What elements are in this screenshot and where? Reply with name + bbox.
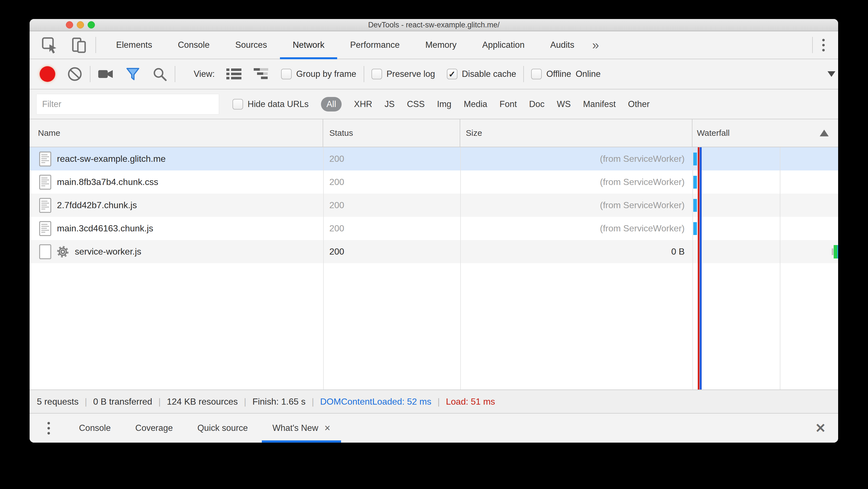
- close-tab-icon[interactable]: ×: [324, 423, 330, 433]
- list-view-icon: [226, 68, 242, 81]
- network-toolbar: View: ✓: [30, 59, 838, 89]
- close-window-button[interactable]: [66, 21, 73, 29]
- waterfall-bar-blue: [693, 199, 697, 212]
- drawer-tab-label: Quick source: [197, 423, 248, 433]
- chevron-down-icon[interactable]: [828, 71, 835, 77]
- device-toolbar-icon: [70, 36, 88, 54]
- panel-tab[interactable]: Console: [165, 31, 222, 59]
- inspect-element-button[interactable]: [41, 36, 59, 54]
- clear-button[interactable]: [67, 66, 83, 82]
- resource-type-filter[interactable]: WS: [557, 97, 571, 112]
- table-row[interactable]: main.8fb3a7b4.chunk.css 200 (from Servic…: [30, 170, 838, 194]
- divider: [90, 66, 90, 82]
- column-header-size[interactable]: Size: [460, 119, 692, 147]
- dom-content-loaded-marker-line: [700, 147, 702, 390]
- disable-cache-checkbox[interactable]: ✓: [447, 69, 458, 79]
- resource-type-filters: All XHR JS CSS Img: [321, 97, 650, 112]
- request-name-cell: 2.7fdd42b7.chunk.js: [30, 194, 323, 217]
- column-divider[interactable]: [323, 147, 324, 390]
- request-type-icons: [39, 151, 51, 167]
- group-by-frame-checkbox[interactable]: ✓: [281, 69, 292, 79]
- summary-item: | 0 B transferred: [79, 397, 152, 407]
- column-divider[interactable]: [460, 147, 461, 390]
- resource-type-filter[interactable]: Media: [464, 97, 487, 112]
- close-icon: ✕: [815, 421, 826, 435]
- filter-input[interactable]: [36, 94, 219, 115]
- resource-type-filter[interactable]: Manifest: [583, 97, 616, 112]
- view-label: View:: [194, 69, 215, 79]
- resource-type-filter[interactable]: Other: [628, 97, 650, 112]
- table-row[interactable]: main.3cd46163.chunk.js 200 (from Service…: [30, 217, 838, 240]
- request-type-icons: [39, 244, 69, 259]
- request-name-cell: service-worker.js: [30, 240, 323, 263]
- panel-tabs: Elements Console Sources Network: [103, 31, 587, 59]
- column-header-waterfall[interactable]: Waterfall: [692, 119, 838, 147]
- minimize-window-button[interactable]: [77, 21, 84, 29]
- column-header-waterfall-label: Waterfall: [697, 128, 730, 138]
- column-divider[interactable]: [692, 147, 693, 390]
- panel-tab[interactable]: Performance: [337, 31, 412, 59]
- resource-type-filter[interactable]: XHR: [354, 97, 372, 112]
- resource-type-filter[interactable]: Doc: [529, 97, 545, 112]
- panel-tab-label: Performance: [350, 40, 399, 50]
- preserve-log-checkbox[interactable]: ✓: [371, 69, 382, 79]
- search-button[interactable]: [152, 66, 167, 82]
- device-toolbar-button[interactable]: [70, 36, 88, 54]
- panel-tab-label: Sources: [235, 40, 267, 50]
- panel-tab[interactable]: Sources: [222, 31, 280, 59]
- drawer-tabbar: Console × Coverage × Quick source ×: [30, 413, 838, 442]
- request-name-cell: main.3cd46163.chunk.js: [30, 217, 323, 240]
- table-row[interactable]: react-sw-example.glitch.me 200 (from Ser…: [30, 147, 838, 170]
- resource-type-filter[interactable]: CSS: [407, 97, 425, 112]
- more-tabs-button[interactable]: »: [587, 39, 604, 51]
- resource-type-filter-label: Manifest: [583, 99, 616, 109]
- drawer-tab[interactable]: Console ×: [67, 413, 123, 442]
- show-overview-button[interactable]: [254, 68, 269, 81]
- resource-type-filter[interactable]: Font: [500, 97, 517, 112]
- drawer-tab-label: Coverage: [135, 423, 173, 433]
- record-network-log-button[interactable]: [40, 66, 55, 82]
- panel-tab[interactable]: Network: [280, 31, 337, 59]
- drawer-menu-kebab-icon[interactable]: [43, 419, 54, 437]
- resource-type-filter[interactable]: All: [321, 97, 342, 112]
- throttling-select-value[interactable]: Online: [576, 69, 600, 79]
- panel-tab[interactable]: Elements: [103, 31, 165, 59]
- capture-screenshots-button[interactable]: [98, 68, 114, 80]
- drawer-tab[interactable]: Coverage ×: [123, 413, 185, 442]
- panel-tab[interactable]: Application: [469, 31, 537, 59]
- disable-cache-label: Disable cache: [462, 69, 516, 79]
- request-name: main.8fb3a7b4.chunk.css: [57, 177, 158, 187]
- table-row[interactable]: service-worker.js 200 0 B: [30, 240, 838, 263]
- waterfall-bar-blue: [693, 176, 697, 189]
- column-header-name[interactable]: Name: [30, 119, 323, 147]
- summary-separator: |: [437, 397, 440, 407]
- divider: [812, 37, 813, 53]
- column-header-status[interactable]: Status: [323, 119, 460, 147]
- panel-tab[interactable]: Memory: [412, 31, 469, 59]
- request-status: 200: [323, 240, 460, 263]
- panel-tab-label: Memory: [425, 40, 457, 50]
- document-icon: [39, 175, 51, 190]
- close-drawer-button[interactable]: ✕: [803, 422, 838, 434]
- resource-type-filter-label: WS: [557, 99, 571, 109]
- request-waterfall-cell: [692, 217, 838, 240]
- zoom-window-button[interactable]: [88, 21, 95, 29]
- request-name: service-worker.js: [75, 247, 141, 257]
- main-menu-kebab-icon[interactable]: [818, 36, 829, 54]
- request-type-icons: [39, 198, 51, 213]
- resource-type-filter[interactable]: JS: [384, 97, 395, 112]
- use-request-rows-button[interactable]: [226, 68, 242, 81]
- drawer-tab[interactable]: Quick source ×: [185, 413, 260, 442]
- drawer-tab[interactable]: What's New ×: [260, 413, 342, 442]
- divider: [95, 37, 96, 53]
- filter-toggle-button[interactable]: [126, 67, 140, 81]
- summary-item: | 124 KB resources: [152, 397, 238, 407]
- offline-checkbox[interactable]: ✓: [531, 69, 542, 79]
- preserve-log-label: Preserve log: [386, 69, 435, 79]
- network-summary-bar: | 5 requests | 0 B transferred | 124 KB …: [30, 390, 838, 413]
- waterfall-bar-blue: [693, 152, 697, 166]
- table-row[interactable]: 2.7fdd42b7.chunk.js 200 (from ServiceWor…: [30, 194, 838, 217]
- panel-tab[interactable]: Audits: [537, 31, 587, 59]
- hide-data-urls-checkbox[interactable]: ✓: [232, 99, 243, 110]
- resource-type-filter[interactable]: Img: [437, 97, 452, 112]
